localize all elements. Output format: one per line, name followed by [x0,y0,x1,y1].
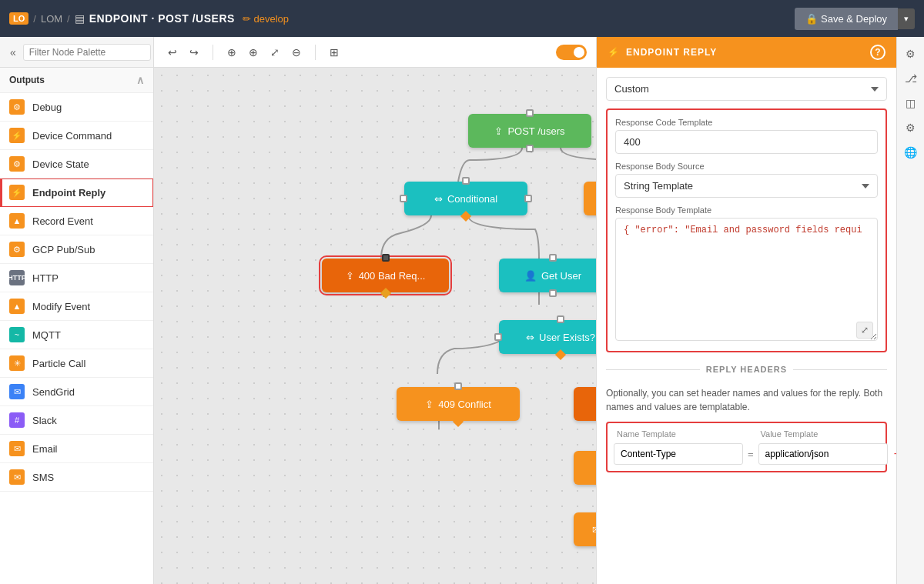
mqtt-icon: ~ [9,327,25,342]
sidebar-item-sendgrid[interactable]: ✉ SendGrid [0,378,153,406]
node-welcome-email[interactable]: ✉ Welcome Email [574,512,596,546]
node-icon: ⇪ [346,270,354,282]
node-post-users[interactable]: ⇪ POST /users [468,114,591,148]
node-user-exists[interactable]: ⇔ User Exists? [499,320,596,354]
sidebar-item-mqtt[interactable]: ~ MQTT [0,321,153,349]
port-left [400,195,407,202]
node-label: Conditional [447,193,497,205]
branch-icon-button[interactable]: ⎇ [900,68,922,89]
undo-button[interactable]: ↩ [163,43,182,62]
branch-label[interactable]: ✏ develop [243,13,289,25]
slack-icon: # [9,412,25,428]
save-deploy-group: 🔒 Save & Deploy ▾ [795,8,915,30]
sidebar-item-debug[interactable]: ⚙ Debug [0,93,153,122]
sidebar-collapse-button[interactable]: « [6,45,20,60]
search-input[interactable] [23,44,151,61]
value-template-label: Value Template [761,429,877,439]
header-value-input[interactable] [758,443,888,465]
sidebar-item-label: SendGrid [32,386,75,398]
body-source-select[interactable]: Custom Default Reply [606,77,887,101]
sidebar-item-http[interactable]: HTTP HTTP [0,264,153,292]
sidebar-item-label: Particle Call [32,358,85,369]
sidebar-item-label: Modify Event [32,301,90,312]
panel-icon: ⚡ [608,47,620,58]
response-code-group: Response Code Template [615,118,878,154]
endpoint-reply-icon: ⚡ [9,185,25,200]
panel-header: ⚡ ENDPOINT REPLY ? [597,37,896,68]
globe-icon-button[interactable]: 🌐 [900,142,922,163]
config-icon-button[interactable]: ⚙ [900,117,922,138]
sidebar-item-device-state[interactable]: ⚙ Device State [0,150,153,179]
save-deploy-dropdown[interactable]: ▾ [898,8,915,29]
port-right [524,195,532,202]
http-icon: HTTP [9,270,25,285]
node-label: User Exists? [539,332,595,343]
sidebar-item-label: Debug [32,102,62,113]
header-name-input[interactable] [614,443,743,465]
zoom-in-button[interactable]: ⊕ [244,43,263,62]
node-201-created[interactable]: ⇪ 201 Created [574,451,596,485]
device-command-icon: ⚡ [9,128,25,143]
fit-button[interactable]: ⤢ [266,43,284,62]
save-deploy-button[interactable]: 🔒 Save & Deploy [795,8,898,30]
sidebar-item-email[interactable]: ✉ Email [0,435,153,463]
node-icon: ⇪ [494,125,503,137]
response-body-textarea[interactable]: { "error": "Email and password fields re… [615,218,878,341]
sidebar-item-particle-call[interactable]: ✳ Particle Call [0,349,153,378]
node-409-conflict[interactable]: ⇪ 409 Conflict [397,387,520,421]
node-400-bad-req[interactable]: ⇪ 400 Bad Req... [322,259,449,292]
sidebar-item-device-command[interactable]: ⚡ Device Command [0,122,153,150]
sidebar-item-label: HTTP [32,272,59,284]
node-label: 400 Bad Req... [359,270,426,282]
sidebar-item-endpoint-reply[interactable]: ⚡ Endpoint Reply [0,179,153,207]
response-body-source-group: Response Body Source String Template Pay… [615,162,878,198]
zoom-find-button[interactable]: ⊕ [223,43,241,62]
node-conditional[interactable]: ⇔ Conditional [404,182,527,215]
add-node-button[interactable]: ⊞ [325,43,343,62]
email-icon: ✉ [9,441,25,456]
response-body-source-select[interactable]: String Template Payload Path None [615,174,878,198]
panel-header-right: ? [870,45,886,60]
port-top [549,254,557,262]
toggle-switch[interactable] [556,45,587,60]
sidebar-item-record-event[interactable]: ▲ Record Event [0,207,153,235]
port-bottom [380,288,390,299]
sidebar-item-sms[interactable]: ✉ SMS [0,463,153,492]
port-top [454,382,462,390]
name-template-label: Name Template [617,429,733,439]
port-bottom [460,211,471,222]
sidebar-item-label: Endpoint Reply [32,187,105,199]
database-icon-button[interactable]: ◫ [900,92,922,114]
breadcrumb-lom[interactable]: LOM [41,13,62,25]
node-create-user[interactable]: 👤 Create User [574,387,596,421]
body-source-group: Custom Default Reply [606,77,887,101]
sidebar-item-slack[interactable]: # Slack [0,406,153,435]
settings-icon-button[interactable]: ⚙ [900,43,922,65]
node-icon: ⇪ [425,399,434,410]
node-get-user[interactable]: 👤 Get User [499,259,596,292]
node-debug[interactable]: ⚙ Debug [584,182,596,215]
sidebar-toolbar: « [0,37,153,68]
sidebar-item-gcp-pubsub[interactable]: ⚙ GCP Pub/Sub [0,235,153,264]
response-code-input[interactable] [615,130,878,154]
flow-canvas[interactable]: ⇪ POST /users ⇔ Conditional ⚙ Debug [154,68,596,584]
textarea-expand-button[interactable]: ⤢ [856,322,873,339]
port-top [462,177,470,185]
node-icon: 👤 [524,270,537,282]
node-label: POST /users [507,125,564,137]
sidebar-item-modify-event[interactable]: ▲ Modify Event [0,292,153,321]
node-icon: ⇔ [526,332,534,343]
help-button[interactable]: ? [870,45,886,60]
sidebar-item-label: Slack [32,415,57,426]
zoom-group: ⊕ ⊕ ⤢ ⊖ [223,43,306,62]
redo-button[interactable]: ↪ [185,43,203,62]
record-event-icon: ▲ [9,213,25,229]
right-icon-bar: ⚙ ⎇ ◫ ⚙ 🌐 [896,37,924,584]
port-bottom [453,416,464,427]
port-top [557,315,564,323]
canvas-area: ↩ ↪ ⊕ ⊕ ⤢ ⊖ ⊞ [154,37,596,584]
panel-title: ENDPOINT REPLY [626,47,717,58]
zoom-out-button[interactable]: ⊖ [287,43,306,62]
main-layout: « Outputs ∧ ⚙ Debug ⚡ Device Command ⚙ D… [0,37,924,584]
sms-icon: ✉ [9,469,25,485]
